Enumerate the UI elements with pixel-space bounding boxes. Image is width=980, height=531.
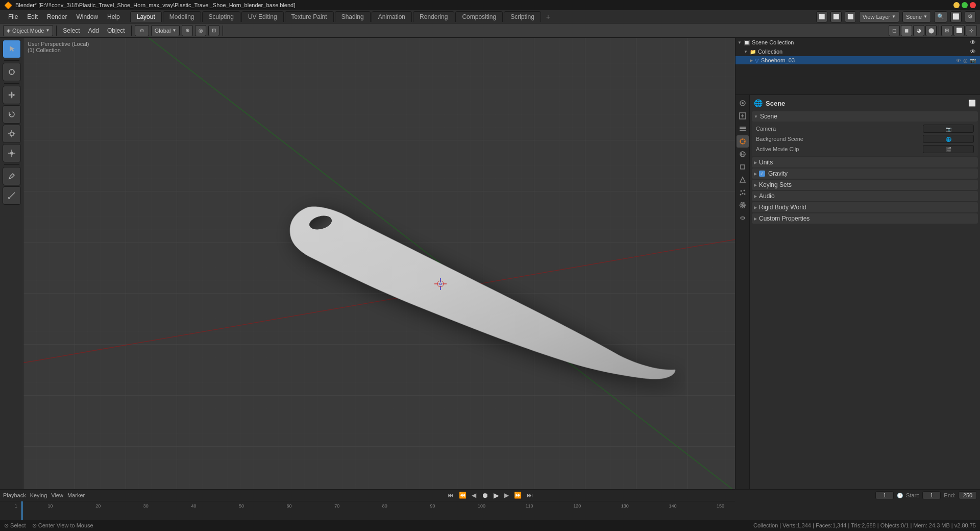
close-button[interactable] <box>970 2 976 8</box>
prop-section-scene-header[interactable]: ▼ Scene <box>752 111 978 122</box>
transform-gizmo-btn[interactable]: ⊡ <box>208 25 219 36</box>
prop-tab-object[interactable] <box>737 161 749 173</box>
jump-start-btn[interactable]: ⏮ <box>446 491 456 500</box>
search-button[interactable]: 🔍 <box>934 11 947 22</box>
move-tool[interactable] <box>3 86 21 104</box>
tl-view-menu[interactable]: View <box>51 492 63 498</box>
prop-tab-world[interactable] <box>737 148 749 160</box>
timeline-ruler[interactable]: 1 10 20 30 40 50 60 70 80 90 100 110 120… <box>0 501 735 520</box>
tab-scripting[interactable]: Scripting <box>504 11 541 22</box>
scale-tool[interactable] <box>3 125 21 143</box>
tab-texture-paint[interactable]: Texture Paint <box>285 11 334 22</box>
jump-end-btn[interactable]: ⏭ <box>525 491 535 500</box>
pivot-btn[interactable]: ◎ <box>195 25 206 36</box>
vp-select-menu[interactable]: Select <box>60 26 83 35</box>
prop-section-rigid-header[interactable]: ▶ Rigid Body World <box>752 202 978 212</box>
menu-window[interactable]: Window <box>72 12 102 21</box>
viewport-3d[interactable]: User Perspective (Local) (1) Collection … <box>23 38 857 489</box>
prop-section-audio-header[interactable]: ▶ Audio <box>752 191 978 201</box>
prop-tab-constraints[interactable] <box>737 212 749 224</box>
prop-tab-scene[interactable] <box>737 135 749 148</box>
transform-tool[interactable] <box>3 144 21 162</box>
prop-tab-modifiers[interactable] <box>737 174 749 186</box>
tab-compositing[interactable]: Compositing <box>455 11 503 22</box>
menu-render[interactable]: Render <box>43 12 71 21</box>
proportional-edit-btn[interactable]: ⊙ <box>135 25 149 36</box>
transform-global-btn[interactable]: Global ▼ <box>151 25 180 36</box>
scene-icon-btn[interactable]: ⬜ <box>816 11 827 22</box>
scene-selector[interactable]: Scene ▼ <box>902 11 931 22</box>
shoehorn-vis-icon[interactable]: 👁 <box>956 58 961 63</box>
next-keyframe-btn[interactable]: ⏩ <box>512 491 524 500</box>
window-controls[interactable] <box>953 2 976 8</box>
collection-vis-icon[interactable]: 👁 <box>970 48 976 55</box>
wireframe-btn[interactable]: ◻ <box>889 25 900 36</box>
outliner-collection[interactable]: ▼ 📁 Collection 👁 <box>736 47 980 56</box>
prop-section-custom-header[interactable]: ▶ Custom Properties <box>752 213 978 224</box>
gizmo-btn[interactable]: ⊹ <box>966 25 977 36</box>
object-icon-btn[interactable]: ⬜ <box>830 11 842 22</box>
current-frame-input[interactable]: 1 <box>875 491 894 499</box>
snap-btn[interactable]: ⊕ <box>182 25 193 36</box>
bg-scene-value[interactable]: 🌐 <box>923 135 974 143</box>
movie-clip-value[interactable]: 🎬 <box>923 145 974 153</box>
scene-collection-vis-icon[interactable]: 👁 <box>970 39 976 46</box>
tab-rendering[interactable]: Rendering <box>413 11 454 22</box>
select-tool[interactable] <box>3 40 21 58</box>
rotate-tool[interactable] <box>3 105 21 124</box>
prop-tab-physics[interactable] <box>737 199 749 211</box>
prop-section-units-header[interactable]: ▶ Units <box>752 157 978 167</box>
prev-keyframe-btn[interactable]: ⏪ <box>457 491 469 500</box>
view-layer-selector[interactable]: View Layer ▼ <box>859 11 899 22</box>
end-frame-input[interactable]: 250 <box>959 491 977 499</box>
step-back-btn[interactable]: ◀ <box>470 491 478 500</box>
step-fwd-btn[interactable]: ▶ <box>502 491 511 500</box>
prop-tab-view-layer[interactable] <box>737 123 749 135</box>
tab-shading[interactable]: Shading <box>335 11 371 22</box>
vp-object-menu[interactable]: Object <box>104 26 128 35</box>
tl-keying-menu[interactable]: Keying <box>30 492 47 498</box>
prop-tab-output[interactable] <box>737 110 749 122</box>
play-btn[interactable]: ▶ <box>492 490 501 500</box>
rendered-btn[interactable]: ⬤ <box>925 25 937 36</box>
cursor-tool[interactable] <box>3 63 21 81</box>
tab-animation[interactable]: Animation <box>372 11 412 22</box>
measure-tool[interactable] <box>3 186 21 205</box>
shoehorn-sel-icon[interactable]: ◎ <box>963 58 968 63</box>
overlay-btn[interactable]: ⊞ <box>941 25 952 36</box>
tab-modeling[interactable]: Modeling <box>163 11 201 22</box>
annotate-tool[interactable] <box>3 167 21 185</box>
tl-playback-menu[interactable]: Playback <box>3 492 26 498</box>
prop-tab-particles[interactable] <box>737 186 749 199</box>
xray-btn[interactable]: ⬜ <box>953 25 965 36</box>
settings-button[interactable]: ⚙ <box>965 11 976 22</box>
prop-tab-render[interactable] <box>737 97 749 109</box>
outliner-scene-collection[interactable]: ▼ 🔲 Scene Collection 👁 <box>736 38 980 47</box>
menu-file[interactable]: File <box>4 12 22 21</box>
prop-section-keying-header[interactable]: ▶ Keying Sets <box>752 180 978 190</box>
tl-marker-menu[interactable]: Marker <box>67 492 85 498</box>
stop-btn[interactable]: ⏺ <box>479 490 491 500</box>
mode-selector[interactable]: ◈ Object Mode ▼ <box>3 25 53 36</box>
outliner-shoehorn[interactable]: ▶ ▽ Shoehorn_03 👁 ◎ 📷 <box>736 56 980 64</box>
filter-icon-btn[interactable]: ⬜ <box>845 11 856 22</box>
prop-section-gravity-header[interactable]: ▶ ✓ Gravity <box>752 168 978 179</box>
menu-edit[interactable]: Edit <box>23 12 42 21</box>
minimize-button[interactable] <box>953 2 960 8</box>
fullscreen-button[interactable]: ⬜ <box>950 11 962 22</box>
start-frame-input[interactable]: 1 <box>922 491 941 499</box>
material-btn[interactable]: ◕ <box>913 25 924 36</box>
maximize-button[interactable] <box>962 2 968 8</box>
tab-sculpting[interactable]: Sculpting <box>202 11 240 22</box>
prop-expand-icon[interactable]: ⬜ <box>968 100 976 107</box>
shoehorn-render-icon[interactable]: 📷 <box>970 58 976 63</box>
menu-help[interactable]: Help <box>103 12 124 21</box>
solid-btn[interactable]: ◼ <box>901 25 912 36</box>
scene-collection-label: Scene Collection <box>752 39 794 45</box>
camera-value[interactable]: 📷 <box>923 125 974 133</box>
vp-add-menu[interactable]: Add <box>85 26 102 35</box>
add-tab-button[interactable]: + <box>542 11 554 22</box>
tab-uv-editing[interactable]: UV Editing <box>241 11 284 22</box>
gravity-checkbox[interactable]: ✓ <box>759 171 765 177</box>
tab-layout[interactable]: Layout <box>130 11 162 22</box>
